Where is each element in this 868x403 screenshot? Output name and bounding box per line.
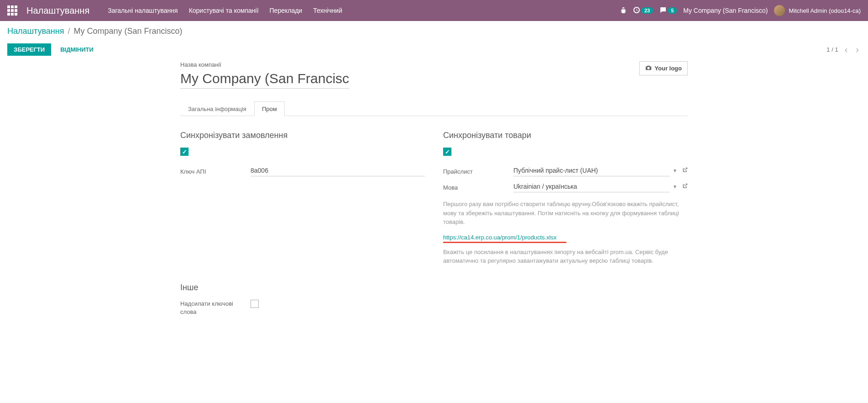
messages-indicator[interactable]: 5	[659, 6, 677, 15]
help-text-2: Вкажіть це посилання в налаштуваннях імп…	[443, 248, 688, 265]
company-switcher[interactable]: My Company (San Francisco)	[683, 7, 768, 14]
pager: 1 / 1 ‹ ›	[826, 44, 861, 55]
logo-upload[interactable]: Your logo	[639, 61, 688, 75]
tab-prom[interactable]: Пром	[254, 101, 285, 116]
clock-icon	[633, 6, 640, 15]
nav-right: 23 5 My Company (San Francisco) Mitchell…	[620, 5, 861, 16]
sync-products-checkbox[interactable]	[443, 148, 451, 156]
bug-icon[interactable]	[620, 7, 627, 15]
save-button[interactable]: ЗБЕРЕГТИ	[7, 43, 51, 56]
sync-orders-title: Синхронізувати замовлення	[180, 131, 425, 140]
sync-orders-checkbox[interactable]	[180, 148, 188, 156]
language-select[interactable]	[513, 181, 670, 192]
language-label: Мова	[443, 182, 513, 191]
tabs: Загальна інформація Пром	[180, 101, 688, 116]
nav-item-technical[interactable]: Технічний	[313, 7, 342, 14]
breadcrumb-current: My Company (San Francisco)	[73, 27, 182, 36]
sync-products-title: Синхронізувати товари	[443, 131, 688, 140]
breadcrumb: Налаштування / My Company (San Francisco…	[0, 21, 868, 40]
breadcrumb-root[interactable]: Налаштування	[7, 27, 64, 36]
external-link-icon[interactable]	[682, 167, 688, 175]
user-menu[interactable]: Mitchell Admin (odoo14-ca)	[774, 5, 861, 16]
logo-text: Your logo	[654, 65, 682, 72]
chat-icon	[659, 6, 667, 15]
external-link-icon[interactable]	[682, 183, 688, 191]
nav-menu: Загальні налаштування Користувачі та ком…	[108, 7, 342, 14]
user-name: Mitchell Admin (odoo14-ca)	[789, 7, 861, 14]
avatar	[774, 5, 785, 16]
chevron-down-icon[interactable]: ▼	[673, 184, 677, 189]
nav-item-translations[interactable]: Переклади	[270, 7, 303, 14]
activities-indicator[interactable]: 23	[633, 6, 653, 15]
nav-item-general[interactable]: Загальні налаштування	[108, 7, 178, 14]
chevron-down-icon[interactable]: ▼	[673, 168, 677, 173]
pricelist-select[interactable]	[513, 165, 670, 176]
pager-prev[interactable]: ‹	[843, 44, 850, 55]
products-xlsx-link[interactable]: https://ca14.erp.co.ua/prom/1/products.x…	[443, 234, 557, 241]
api-key-input[interactable]	[251, 165, 425, 176]
camera-icon	[645, 64, 652, 72]
form-sheet: Назва компанії Your logo Загальна інформ…	[169, 61, 699, 334]
nav-item-users[interactable]: Користувачі та компанії	[189, 7, 259, 14]
pager-next[interactable]: ›	[854, 44, 861, 55]
keywords-checkbox[interactable]	[251, 300, 259, 308]
top-nav: Налаштування Загальні налаштування Корис…	[0, 0, 868, 21]
keywords-label: Надсилати ключові слова	[180, 300, 251, 316]
other-title: Інше	[180, 283, 688, 292]
help-text-1: Першого разу вам потрібно створити табли…	[443, 200, 688, 227]
discard-button[interactable]: ВІДМІНИТИ	[54, 43, 100, 56]
messages-badge: 5	[668, 7, 677, 14]
app-title[interactable]: Налаштування	[26, 5, 89, 16]
breadcrumb-separator: /	[68, 27, 70, 36]
activities-badge: 23	[641, 7, 653, 14]
tab-content-prom: Синхронізувати замовлення Ключ АПІ Синхр…	[180, 116, 688, 316]
action-bar: ЗБЕРЕГТИ ВІДМІНИТИ 1 / 1 ‹ ›	[0, 40, 868, 61]
company-name-label: Назва компанії	[180, 61, 349, 68]
pricelist-label: Прайслист	[443, 166, 513, 175]
other-group: Інше Надсилати ключові слова	[180, 283, 688, 316]
api-key-label: Ключ АПІ	[180, 166, 251, 175]
sync-orders-group: Синхронізувати замовлення Ключ АПІ	[180, 131, 425, 265]
link-annotation-underline	[443, 242, 566, 243]
company-name-input[interactable]	[180, 69, 349, 89]
sync-products-group: Синхронізувати товари Прайслист ▼ Мо	[443, 131, 688, 265]
apps-icon[interactable]	[7, 5, 17, 16]
tab-general[interactable]: Загальна інформація	[180, 101, 254, 116]
pager-count: 1 / 1	[826, 46, 838, 53]
